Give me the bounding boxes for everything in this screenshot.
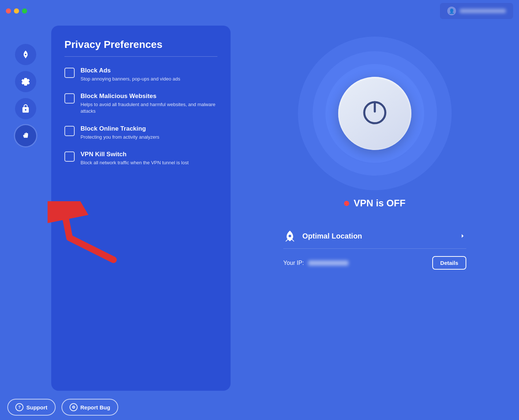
pref-item-kill-switch: VPN Kill Switch Block all network traffi…: [64, 151, 217, 166]
block-malicious-title: Block Malicious Websites: [81, 93, 217, 100]
block-tracking-text: Block Online Tracking Protecting you fro…: [81, 125, 159, 140]
status-dot: [344, 201, 349, 206]
user-name-blurred: [460, 9, 506, 13]
hand-icon: [21, 131, 30, 140]
titlebar: 👤: [0, 0, 519, 22]
maximize-button[interactable]: [22, 8, 27, 14]
ip-row: Your IP: Details: [283, 256, 466, 270]
vpn-status: VPN is OFF: [344, 198, 406, 209]
lock-icon: [21, 104, 30, 113]
block-malicious-text: Block Malicious Websites Helps to avoid …: [81, 93, 217, 115]
block-malicious-desc: Helps to avoid all fraudulent and harmfu…: [81, 101, 217, 115]
kill-switch-checkbox[interactable]: [64, 151, 75, 162]
location-row[interactable]: Optimal Location: [283, 224, 466, 249]
rocket-icon: [21, 50, 30, 59]
support-label: Support: [26, 404, 48, 410]
privacy-panel: Privacy Preferences Block Ads Stop annoy…: [51, 26, 231, 391]
traffic-lights: [6, 8, 27, 14]
panel-divider: [64, 56, 217, 57]
block-tracking-title: Block Online Tracking: [81, 125, 159, 132]
kill-switch-text: VPN Kill Switch Block all network traffi…: [81, 151, 188, 166]
power-icon: [360, 98, 389, 129]
block-ads-text: Block Ads Stop annoying banners, pop-ups…: [81, 67, 180, 82]
power-button[interactable]: [338, 77, 411, 150]
location-name: Optimal Location: [302, 232, 453, 240]
bug-icon: ⚙: [70, 403, 78, 411]
gear-icon: [21, 77, 30, 86]
right-panel: VPN is OFF Optimal Location Your IP: Det…: [238, 22, 512, 394]
block-malicious-checkbox[interactable]: [64, 93, 75, 104]
vpn-status-text: VPN is OFF: [354, 198, 406, 209]
block-ads-checkbox[interactable]: [64, 68, 75, 78]
report-bug-button[interactable]: ⚙ Report Bug: [61, 399, 119, 416]
block-ads-title: Block Ads: [81, 67, 180, 74]
sidebar: [7, 22, 44, 394]
user-avatar-icon: 👤: [447, 7, 456, 15]
user-account-button[interactable]: 👤: [440, 3, 513, 19]
sidebar-item-privacy[interactable]: [15, 125, 36, 146]
report-bug-label: Report Bug: [81, 404, 111, 410]
block-ads-desc: Stop annoying banners, pop-ups and video…: [81, 76, 180, 82]
main-layout: Privacy Preferences Block Ads Stop annoy…: [0, 22, 519, 394]
kill-switch-title: VPN Kill Switch: [81, 151, 188, 158]
power-area: [298, 37, 452, 190]
pref-item-block-malicious: Block Malicious Websites Helps to avoid …: [64, 93, 217, 115]
location-section: Optimal Location Your IP: Details: [280, 224, 470, 270]
support-icon: ?: [15, 403, 23, 411]
support-button[interactable]: ? Support: [7, 399, 56, 416]
bottom-bar: ? Support ⚙ Report Bug: [0, 394, 519, 420]
minimize-button[interactable]: [14, 8, 19, 14]
sidebar-item-rocket[interactable]: [15, 44, 36, 65]
sidebar-item-lock[interactable]: [15, 98, 36, 119]
ip-label: Your IP:: [283, 260, 304, 266]
block-tracking-checkbox[interactable]: [64, 126, 75, 136]
pref-item-block-tracking: Block Online Tracking Protecting you fro…: [64, 125, 217, 140]
ip-value-blurred: [308, 260, 348, 266]
panel-title: Privacy Preferences: [64, 39, 217, 50]
kill-switch-desc: Block all network traffic when the VPN t…: [81, 160, 188, 166]
details-button[interactable]: Details: [432, 256, 466, 270]
close-button[interactable]: [6, 8, 11, 14]
block-tracking-desc: Protecting you from activity analyzers: [81, 134, 159, 140]
pref-item-block-ads: Block Ads Stop annoying banners, pop-ups…: [64, 67, 217, 82]
chevron-right-icon: [459, 232, 466, 240]
sidebar-item-settings[interactable]: [15, 71, 36, 92]
location-rocket-icon: [283, 229, 296, 243]
